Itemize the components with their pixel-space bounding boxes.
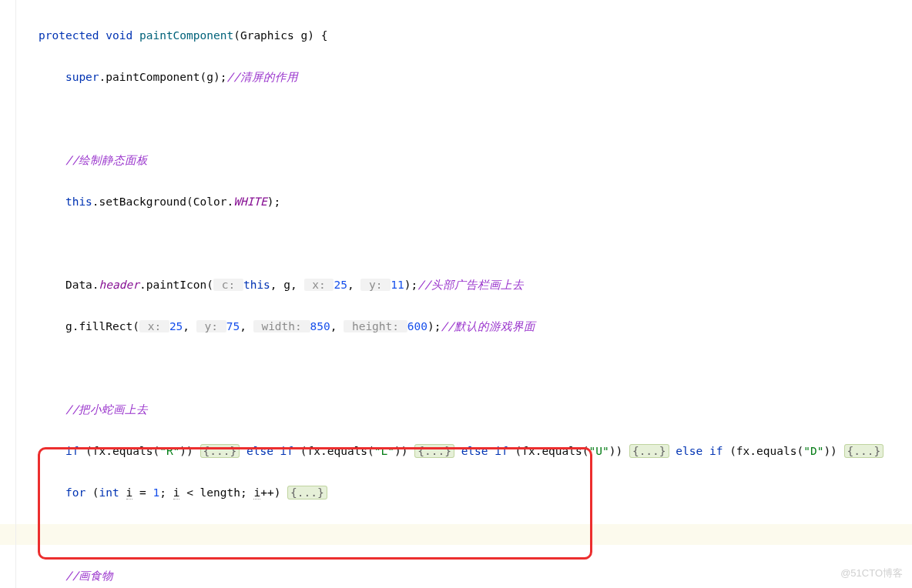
param-hint: height:: [344, 320, 407, 332]
code-line[interactable]: //把小蛇画上去: [39, 399, 912, 420]
comment: //头部广告栏画上去: [417, 279, 523, 291]
fold-marker[interactable]: {...}: [200, 444, 240, 458]
gutter: [0, 0, 16, 588]
method-name: paintComponent: [139, 29, 233, 42]
code-editor[interactable]: protected void paintComponent(Graphics g…: [0, 0, 912, 588]
param-hint: y:: [196, 320, 226, 332]
code-line[interactable]: [39, 358, 912, 379]
comment: //清屏的作用: [226, 71, 297, 83]
code-line[interactable]: [39, 109, 912, 129]
fold-marker[interactable]: {...}: [629, 444, 669, 458]
param-hint: x:: [139, 320, 169, 332]
comment: //默认的游戏界面: [441, 320, 535, 332]
comment: //绘制静态面板: [65, 154, 148, 166]
code-line[interactable]: Data.header.paintIcon( c: this, g, x: 25…: [39, 275, 912, 296]
code-line[interactable]: g.fillRect( x: 25, y: 75, width: 850, he…: [39, 316, 912, 337]
param-hint: c:: [213, 279, 243, 291]
param-hint: width:: [253, 320, 310, 332]
code-line[interactable]: protected void paintComponent(Graphics g…: [39, 25, 912, 46]
code-line[interactable]: [39, 233, 912, 254]
fold-marker[interactable]: {...}: [414, 444, 454, 458]
param-hint: y:: [360, 279, 391, 291]
code-line[interactable]: if (fx.equals("R")) {...} else if (fx.eq…: [39, 441, 912, 462]
code-line[interactable]: super.paintComponent(g);//清屏的作用: [39, 67, 912, 88]
fold-marker[interactable]: {...}: [287, 486, 327, 499]
keyword: protected: [39, 29, 99, 42]
comment: //画食物: [65, 570, 113, 582]
code-line[interactable]: //绘制静态面板: [39, 150, 912, 171]
code-line[interactable]: this.setBackground(Color.WHITE);: [39, 192, 912, 212]
code-line[interactable]: //画食物: [39, 566, 912, 586]
comment: //把小蛇画上去: [65, 403, 148, 416]
code-line[interactable]: for (int i = 1; i < length; i++) {...}: [39, 483, 912, 503]
fold-marker[interactable]: {...}: [844, 444, 884, 458]
keyword: void: [106, 29, 132, 42]
param-hint: x:: [304, 279, 334, 291]
code-line[interactable]: [39, 524, 912, 545]
watermark: @51CTO博客: [840, 563, 903, 583]
